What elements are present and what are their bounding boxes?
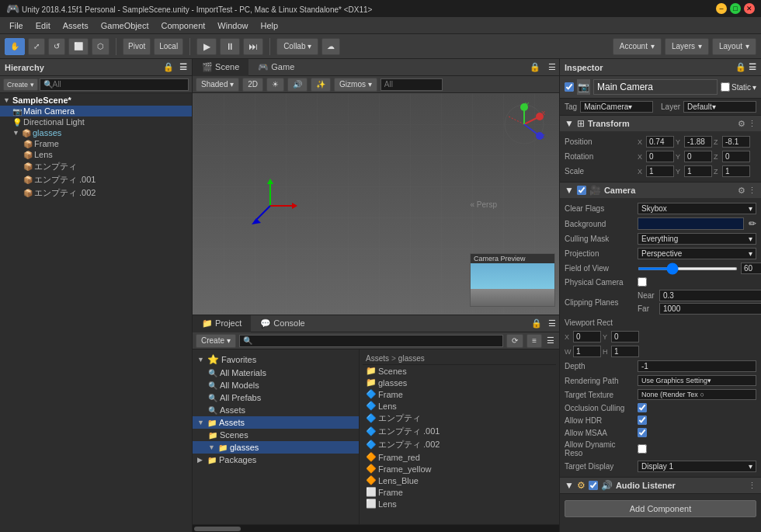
asset-lens-blue[interactable]: 🔶 Lens_Blue — [363, 475, 556, 486]
transform-overflow-icon[interactable]: ⋮ — [748, 119, 756, 129]
camera-enable-checkbox[interactable] — [577, 186, 586, 195]
msaa-checkbox[interactable] — [638, 428, 647, 437]
layers-button[interactable]: Layers ▾ — [665, 38, 709, 55]
asset-empty1[interactable]: 🔷 エンプティ — [363, 412, 556, 425]
scene-search-input[interactable] — [380, 78, 443, 91]
audio-overflow-icon[interactable]: ⋮ — [748, 481, 756, 491]
asset-lens-prefab[interactable]: ⬜ Lens — [363, 498, 556, 509]
depth-input[interactable] — [638, 360, 756, 372]
hierarchy-scene-root[interactable]: ▼ SampleScene* — [0, 95, 192, 106]
object-name-input[interactable] — [593, 79, 718, 95]
breadcrumb-assets[interactable]: Assets — [366, 354, 389, 363]
transform-header[interactable]: ▼ ⊞ Transform ⚙ ⋮ — [560, 116, 761, 131]
breadcrumb-glasses[interactable]: glasses — [398, 354, 425, 363]
vp-w-input[interactable] — [573, 346, 601, 357]
fov-slider[interactable] — [638, 267, 738, 270]
lighting-button[interactable]: ☀ — [266, 78, 284, 92]
hierarchy-item-directional-light[interactable]: 💡 Directional Light — [0, 116, 192, 127]
rot-y-input[interactable] — [684, 151, 712, 162]
asset-frame-prefab[interactable]: ⬜ Frame — [363, 486, 556, 498]
static-checkbox[interactable] — [721, 82, 730, 92]
asset-empty3[interactable]: 🔷 エンプティ .002 — [363, 438, 556, 451]
background-color-swatch[interactable] — [638, 217, 744, 230]
vp-h-input[interactable] — [611, 346, 639, 357]
sidebar-packages[interactable]: ▶ 📁 Packages — [193, 454, 359, 466]
shading-dropdown[interactable]: Shaded ▾ — [196, 78, 239, 92]
hierarchy-item-frame[interactable]: 📦 Frame — [0, 138, 192, 149]
close-button[interactable]: ✕ — [744, 3, 755, 14]
maximize-button[interactable]: □ — [730, 3, 741, 14]
project-lock-icon[interactable]: 🔒 — [528, 318, 545, 329]
scale-y-input[interactable] — [684, 165, 712, 177]
asset-lens-mesh[interactable]: 🔷 Lens — [363, 400, 556, 412]
add-component-button[interactable]: Add Component — [565, 500, 756, 517]
pos-y-input[interactable] — [684, 136, 712, 148]
sidebar-all-models[interactable]: 🔍 All Models — [193, 379, 359, 391]
far-input[interactable] — [659, 303, 761, 315]
layout-button[interactable]: Layout ▾ — [712, 38, 756, 55]
sidebar-assets-search[interactable]: 🔍 Assets — [193, 404, 359, 416]
vp-x-input[interactable] — [573, 331, 601, 342]
pivot-button[interactable]: Pivot — [123, 38, 151, 55]
occlusion-checkbox[interactable] — [638, 403, 647, 412]
hierarchy-item-empty1[interactable]: 📦 エンプティ — [0, 160, 192, 173]
dynamic-checkbox[interactable] — [638, 444, 647, 454]
hierarchy-item-lens[interactable]: 📦 Lens — [0, 149, 192, 160]
hdr-checkbox[interactable] — [638, 416, 647, 425]
project-menu-icon[interactable]: ☰ — [545, 318, 559, 329]
scene-menu-icon[interactable]: ☰ — [545, 62, 559, 72]
target-tex-dropdown[interactable]: None (Render Tex ○ — [638, 389, 756, 400]
render-path-dropdown[interactable]: Use Graphics Setting▾ — [638, 375, 756, 386]
target-display-dropdown[interactable]: Display 1 ▾ — [638, 461, 756, 472]
sidebar-glasses[interactable]: ▼ 📁 glasses — [193, 441, 359, 454]
asset-glasses-folder[interactable]: 📁 glasses — [363, 377, 556, 388]
background-picker-icon[interactable]: ✏ — [749, 218, 756, 229]
sidebar-all-prefabs[interactable]: 🔍 All Prefabs — [193, 391, 359, 404]
tag-dropdown[interactable]: MainCamera▾ — [580, 101, 653, 113]
asset-scenes-folder[interactable]: 📁 Scenes — [363, 365, 556, 377]
menu-gameobject[interactable]: GameObject — [95, 19, 155, 32]
menu-help[interactable]: Help — [254, 19, 284, 32]
pos-z-input[interactable] — [722, 136, 750, 148]
play-button[interactable]: ▶ — [196, 38, 217, 55]
pause-button[interactable]: ⏸ — [220, 38, 240, 55]
projection-dropdown[interactable]: Perspective ▾ — [638, 248, 756, 259]
camera-overflow-icon[interactable]: ⋮ — [748, 186, 756, 196]
scale-z-input[interactable] — [722, 165, 750, 177]
static-dropdown-icon[interactable]: ▾ — [752, 83, 756, 92]
physical-camera-checkbox[interactable] — [638, 277, 647, 287]
tool-move[interactable]: ⤢ — [28, 38, 45, 55]
gizmos-button[interactable]: Gizmos ▾ — [334, 78, 377, 92]
sidebar-favorites[interactable]: ▼ ⭐ Favorites — [193, 353, 359, 367]
inspector-menu-icon[interactable]: ☰ — [749, 62, 756, 72]
fx-button[interactable]: ✨ — [311, 78, 331, 92]
audio-listener-header[interactable]: ▼ ⚙ 🔊 Audio Listener ⋮ — [560, 478, 761, 493]
audio-enable-checkbox[interactable] — [589, 481, 598, 490]
cloud-button[interactable]: ☁ — [321, 38, 340, 55]
rot-x-input[interactable] — [646, 151, 674, 162]
hierarchy-menu-icon[interactable]: ☰ — [179, 62, 187, 72]
culling-mask-dropdown[interactable]: Everything ▾ — [638, 233, 756, 245]
2d-button[interactable]: 2D — [242, 78, 263, 92]
menu-edit[interactable]: Edit — [30, 19, 57, 32]
project-refresh-icon[interactable]: ⟳ — [506, 334, 523, 348]
vp-y-input[interactable] — [611, 331, 639, 342]
inspector-lock-icon[interactable]: 🔒 — [735, 62, 746, 72]
sidebar-assets-root[interactable]: ▼ 📁 Assets — [193, 416, 359, 429]
hierarchy-item-empty3[interactable]: 📦 エンプティ .002 — [0, 186, 192, 200]
tool-scale[interactable]: ⬜ — [68, 38, 89, 55]
hierarchy-item-empty2[interactable]: 📦 エンプティ .001 — [0, 173, 192, 186]
layer-dropdown[interactable]: Default▾ — [683, 101, 756, 113]
camera-settings-icon[interactable]: ⚙ — [738, 186, 745, 196]
hierarchy-search-input[interactable] — [40, 78, 189, 91]
tool-rotate[interactable]: ↺ — [48, 38, 65, 55]
scene-lock-icon[interactable]: 🔒 — [525, 62, 545, 72]
asset-empty2[interactable]: 🔷 エンプティ .001 — [363, 425, 556, 438]
tab-project[interactable]: 📁 Project — [193, 315, 251, 332]
project-search-input[interactable] — [239, 335, 503, 347]
local-button[interactable]: Local — [154, 38, 183, 55]
hierarchy-item-main-camera[interactable]: 📷 Main Camera — [0, 106, 192, 116]
tab-scene[interactable]: 🎬 Scene — [193, 59, 248, 76]
transform-settings-icon[interactable]: ⚙ — [738, 119, 745, 129]
account-button[interactable]: Account ▾ — [613, 38, 662, 55]
